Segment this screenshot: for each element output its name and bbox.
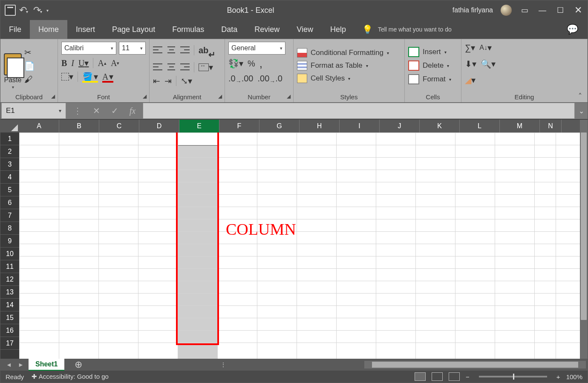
row-header-6[interactable]: 6	[0, 196, 19, 209]
merge-button[interactable]: ▾	[199, 63, 213, 72]
zoom-level[interactable]: 100%	[566, 373, 582, 380]
sort-filter-icon[interactable]: A↓▾	[479, 43, 492, 52]
launcher-icon[interactable]: ◢	[287, 91, 291, 101]
avatar[interactable]	[501, 5, 512, 16]
format-painter-icon[interactable]: 🖌	[24, 75, 35, 84]
name-box[interactable]: E1▾	[1, 103, 66, 119]
italic-button[interactable]: I	[71, 59, 74, 67]
wrap-text-icon[interactable]: ab↵	[199, 42, 216, 59]
orientation-icon[interactable]: ⤡ ▾	[181, 77, 192, 85]
font-size-combo[interactable]: 11▾	[119, 42, 146, 55]
font-color-button[interactable]: A▾	[102, 72, 113, 81]
launcher-icon[interactable]: ◢	[218, 91, 222, 101]
fill-icon[interactable]: ⬇ ▾	[465, 60, 476, 68]
delete-cells-button[interactable]: Delete ▾	[408, 60, 458, 71]
format-cells-button[interactable]: Format ▾	[408, 74, 458, 84]
increase-decimal-icon[interactable]: .0→.00	[228, 72, 254, 84]
enter-entry-icon[interactable]: ✓	[111, 106, 118, 116]
ribbon-display-icon[interactable]: ▭	[519, 6, 530, 15]
column-header-L[interactable]: L	[460, 120, 500, 132]
scrollbar-thumb[interactable]	[581, 132, 587, 320]
select-all-button[interactable]	[0, 120, 19, 132]
row-header-1[interactable]: 1	[0, 132, 19, 145]
tab-view[interactable]: View	[288, 20, 322, 39]
horizontal-scrollbar[interactable]	[364, 361, 586, 369]
collapse-ribbon-icon[interactable]: ˄	[578, 91, 582, 101]
row-header-10[interactable]: 10	[0, 248, 19, 260]
decrease-indent-icon[interactable]: ⇤	[153, 77, 160, 85]
grow-font-icon[interactable]: A▴	[98, 59, 106, 67]
cut-icon[interactable]: ✂	[24, 47, 35, 58]
tab-insert[interactable]: Insert	[67, 20, 104, 39]
copy-icon[interactable]: 📄	[24, 61, 35, 71]
launcher-icon[interactable]: ◢	[143, 91, 147, 101]
user-name[interactable]: fathia firlyana	[453, 6, 493, 14]
column-header-A[interactable]: A	[19, 120, 59, 132]
align-top-icon[interactable]	[153, 46, 162, 54]
row-header-16[interactable]: 16	[0, 324, 19, 337]
column-header-N[interactable]: N	[540, 120, 562, 132]
column-header-H[interactable]: H	[300, 120, 340, 132]
prev-sheet-icon[interactable]: ◄	[5, 361, 13, 368]
launcher-icon[interactable]: ◢	[51, 91, 55, 101]
row-header-7[interactable]: 7	[0, 209, 19, 222]
minimize-icon[interactable]: —	[537, 6, 548, 15]
save-icon[interactable]	[5, 5, 16, 16]
tab-formulas[interactable]: Formulas	[164, 20, 213, 39]
underline-button[interactable]: U ▾	[78, 59, 89, 67]
cell-styles-button[interactable]: Cell Styles ▾	[297, 74, 401, 83]
tab-scroll-vdots-icon[interactable]: ⋮	[220, 361, 226, 368]
row-header-3[interactable]: 3	[0, 158, 19, 171]
align-left-icon[interactable]	[153, 63, 162, 71]
close-icon[interactable]: ✕	[573, 5, 583, 16]
normal-view-icon[interactable]	[415, 372, 426, 381]
row-header-15[interactable]: 15	[0, 311, 19, 324]
align-middle-icon[interactable]	[167, 46, 176, 54]
column-header-J[interactable]: J	[380, 120, 420, 132]
column-header-F[interactable]: F	[219, 120, 259, 132]
column-header-E[interactable]: E	[179, 120, 219, 132]
row-header-12[interactable]: 12	[0, 273, 19, 286]
format-as-table-button[interactable]: Format as Table ▾	[297, 61, 401, 70]
decrease-decimal-icon[interactable]: .00→.0	[258, 72, 283, 84]
align-bottom-icon[interactable]	[180, 46, 190, 54]
find-select-icon[interactable]: 🔍 ▾	[481, 60, 496, 68]
next-sheet-icon[interactable]: ►	[17, 361, 25, 368]
paste-button[interactable]: Paste ▾	[4, 42, 22, 89]
tab-home[interactable]: Home	[30, 20, 67, 39]
new-sheet-icon[interactable]: ⊕	[75, 359, 82, 370]
row-header-14[interactable]: 14	[0, 299, 19, 311]
zoom-slider[interactable]	[479, 376, 547, 377]
row-header-13[interactable]: 13	[0, 286, 19, 299]
cancel-entry-icon[interactable]: ✕	[93, 106, 100, 116]
shrink-font-icon[interactable]: A▾	[111, 59, 119, 67]
cells-area[interactable]: COLUMN	[19, 132, 580, 359]
row-header-8[interactable]: 8	[0, 222, 19, 235]
row-header-4[interactable]: 4	[0, 171, 19, 184]
fx-icon[interactable]: fx	[130, 106, 135, 116]
align-right-icon[interactable]	[180, 63, 190, 71]
tell-me[interactable]: 💡 Tell me what you want to do	[355, 20, 452, 39]
bold-button[interactable]: B	[61, 59, 67, 67]
maximize-icon[interactable]: ☐	[555, 6, 565, 15]
row-header-9[interactable]: 9	[0, 235, 19, 248]
clear-icon[interactable]: ◢ ▾	[465, 76, 476, 84]
comma-icon[interactable]: ,	[259, 58, 262, 69]
accessibility-status[interactable]: ✚ Accessibility: Good to go	[32, 373, 109, 380]
page-layout-view-icon[interactable]	[432, 372, 443, 381]
redo-button[interactable]: ↷▾	[33, 5, 44, 16]
tab-page-layout[interactable]: Page Layout	[104, 20, 164, 39]
column-header-G[interactable]: G	[259, 120, 300, 132]
tab-file[interactable]: File	[0, 20, 30, 39]
zoom-in-icon[interactable]: +	[556, 373, 560, 380]
insert-cells-button[interactable]: Insert ▾	[408, 47, 458, 57]
fx-more-icon[interactable]: ⋮	[73, 106, 82, 116]
page-break-view-icon[interactable]	[449, 372, 460, 381]
fill-color-button[interactable]: 🪣▾	[82, 72, 98, 81]
percent-icon[interactable]: %	[248, 59, 255, 68]
tab-data[interactable]: Data	[213, 20, 246, 39]
align-center-icon[interactable]	[167, 63, 176, 71]
expand-formula-bar-icon[interactable]: ⌄	[575, 103, 588, 119]
vertical-scrollbar[interactable]	[580, 120, 588, 359]
increase-indent-icon[interactable]: ⇥	[164, 77, 172, 85]
